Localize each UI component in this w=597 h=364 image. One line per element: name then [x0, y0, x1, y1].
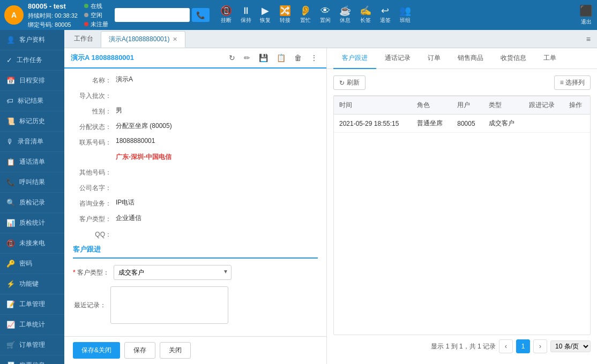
- edit-button[interactable]: ✏: [242, 52, 252, 63]
- dial-button[interactable]: 📞: [192, 8, 210, 22]
- sidebar-item-order[interactable]: 🛒 订单管理: [0, 335, 64, 355]
- customer-icon: 👤: [6, 36, 15, 44]
- toolbar-listen[interactable]: 👂 置忙: [300, 6, 311, 24]
- tab-demo[interactable]: 演示A(18088880001) ✕: [101, 31, 185, 48]
- field-batch: 导入批次：: [73, 90, 318, 101]
- right-refresh-button[interactable]: ↻ 刷新: [333, 75, 365, 90]
- phone-input[interactable]: [115, 8, 190, 22]
- logout-icon: ⬛: [579, 4, 593, 17]
- latest-record-textarea[interactable]: [110, 286, 228, 324]
- sidebar-item-mark-history[interactable]: 📜 标记历史: [0, 111, 64, 132]
- sidebar-item-password[interactable]: 🔑 密码: [0, 254, 64, 274]
- right-tab-shipping[interactable]: 收货信息: [492, 48, 535, 69]
- right-tab-order[interactable]: 订单: [419, 48, 449, 69]
- sidebar-item-shortcut[interactable]: ⚡ 功能键: [0, 274, 64, 294]
- field-consult: 咨询业务： IP电话: [73, 198, 318, 208]
- section-follow-up: 客户跟进: [73, 245, 318, 259]
- mark-result-icon: 🏷: [6, 97, 13, 105]
- more-button[interactable]: ⋮: [308, 52, 320, 63]
- listen-icon: 👂: [300, 6, 311, 16]
- pagination: 显示 1 到 1，共 1 记录 ‹ 1 › 10 条/页: [333, 335, 591, 358]
- sidebar-item-schedule[interactable]: 📅 日程安排: [0, 71, 64, 91]
- save-close-button[interactable]: 保存&关闭: [73, 342, 120, 359]
- phone-input-area: 📞: [115, 8, 210, 22]
- password-icon: 🔑: [6, 260, 15, 268]
- mark-history-icon: 📜: [6, 117, 15, 125]
- sidebar-item-invoice[interactable]: 🧾 发票信息: [0, 355, 64, 364]
- sidebar-item-task[interactable]: ✓ 工作任务: [0, 50, 64, 71]
- table-row: 2021-05-29 18:55:15 普通坐席 80005 成交客户: [334, 115, 590, 133]
- cell-record: [524, 115, 564, 133]
- toolbar-pause[interactable]: ☕ 休息: [339, 6, 351, 24]
- toolbar-hold[interactable]: ⏸ 保持: [241, 6, 251, 24]
- agent-name: 80005 - test: [28, 1, 78, 12]
- sidebar-item-missed-calls[interactable]: 📵 未接来电: [0, 233, 64, 254]
- sidebar-item-call-list[interactable]: 📋 通话清单: [0, 152, 64, 172]
- agent-duration: 持续时间: 00:38:32: [28, 11, 78, 20]
- field-other-phone: 其他号码：: [73, 167, 318, 177]
- sidebar-item-customer[interactable]: 👤 客户资料: [0, 30, 64, 50]
- save-button[interactable]: 保存: [124, 342, 155, 359]
- toolbar-checkin[interactable]: ✍ 长签: [360, 6, 371, 24]
- cell-action: [564, 115, 590, 133]
- toolbar-restore[interactable]: ▶ 恢复: [260, 6, 271, 24]
- left-panel: 演示A 18088880001 ↻ ✏ 💾 📋 🗑 ⋮ 名称： 演示A: [64, 48, 327, 364]
- agent-details: 80005 - test 持续时间: 00:38:32 绑定号码: 80005: [28, 1, 78, 29]
- field-name: 名称： 演示A: [73, 75, 318, 85]
- sidebar-item-qa-record[interactable]: 🔍 质检记录: [0, 193, 64, 213]
- delete-button[interactable]: 🗑: [292, 52, 304, 63]
- right-tab-workorder[interactable]: 工单: [535, 48, 565, 69]
- status-online: 在线: [84, 2, 108, 10]
- field-contact: 联系号码： 18088880001: [73, 137, 318, 147]
- sidebar-item-mark-result[interactable]: 🏷 标记结果: [0, 91, 64, 111]
- field-company: 公司名字：: [73, 183, 318, 193]
- toolbar-checkout[interactable]: ↩ 退签: [380, 6, 391, 24]
- current-page-button[interactable]: 1: [516, 339, 530, 353]
- monitor-icon: 👁: [320, 6, 330, 16]
- tab-menu-button[interactable]: ≡: [582, 35, 595, 43]
- col-type: 类型: [483, 96, 524, 115]
- save-panel-button[interactable]: 💾: [257, 52, 270, 63]
- sidebar-item-recording[interactable]: 🎙 录音清单: [0, 132, 64, 152]
- right-tab-call-record[interactable]: 通话记录: [376, 48, 419, 69]
- toolbar-intercept[interactable]: 📵 挂断: [220, 6, 232, 24]
- sidebar-item-call-result[interactable]: 📞 呼叫结果: [0, 172, 64, 193]
- refresh-panel-button[interactable]: ↻: [227, 52, 237, 63]
- prev-page-button[interactable]: ‹: [499, 339, 513, 353]
- form-row-latest-record: 最近记录：: [73, 286, 318, 324]
- cell-user: 80005: [452, 115, 483, 133]
- close-button[interactable]: 关闭: [160, 342, 191, 359]
- logout-button[interactable]: ⬛ 退出: [579, 4, 593, 26]
- field-location: 广东-深圳-中国电信: [73, 153, 318, 162]
- toolbar-transfer[interactable]: 🔀 转接: [279, 6, 291, 24]
- latest-record-label: 最近记录：: [73, 301, 110, 310]
- right-content: ↻ 刷新 ≡ 选择列 时间 角色: [327, 69, 597, 364]
- agent-binding: 绑定号码: 80005: [28, 20, 78, 29]
- sidebar-item-workorder-stats[interactable]: 📈 工单统计: [0, 315, 64, 335]
- pause-icon: ☕: [339, 6, 351, 16]
- page-size-select[interactable]: 10 条/页: [550, 340, 591, 352]
- field-customer-type: 客户类型： 企业通信: [73, 214, 318, 224]
- task-icon: ✓: [6, 56, 12, 64]
- toolbar-monitor[interactable]: 👁 置闲: [320, 6, 331, 24]
- idle-dot: [84, 13, 88, 17]
- next-page-button[interactable]: ›: [533, 339, 547, 353]
- customer-type-select-wrapper: 成交客户 潜在客户 无效客户: [114, 265, 232, 280]
- field-assign-status: 分配状态： 分配至坐席 (80005): [73, 122, 318, 132]
- panel-toolbar: ↻ ✏ 💾 📋 🗑 ⋮: [227, 52, 320, 63]
- customer-type-select[interactable]: 成交客户 潜在客户 无效客户: [114, 265, 232, 280]
- right-tab-follow-up[interactable]: 客户跟进: [333, 48, 376, 69]
- shortcut-icon: ⚡: [6, 280, 15, 288]
- col-select-button[interactable]: ≡ 选择列: [554, 75, 591, 90]
- right-tab-sales-product[interactable]: 销售商品: [449, 48, 492, 69]
- field-qq: QQ：: [73, 229, 318, 239]
- checkout-icon: ↩: [381, 6, 389, 16]
- tab-close-icon[interactable]: ✕: [173, 36, 177, 43]
- tab-workbench[interactable]: 工作台: [66, 31, 101, 47]
- workorder-stats-icon: 📈: [6, 321, 15, 329]
- sidebar-item-qa-stats[interactable]: 📊 质检统计: [0, 213, 64, 233]
- right-toolbar: ↻ 刷新 ≡ 选择列: [333, 75, 591, 90]
- sidebar-item-workorder[interactable]: 📝 工单管理: [0, 294, 64, 315]
- copy-button[interactable]: 📋: [274, 52, 288, 63]
- toolbar-group[interactable]: 👥 班组: [399, 6, 411, 24]
